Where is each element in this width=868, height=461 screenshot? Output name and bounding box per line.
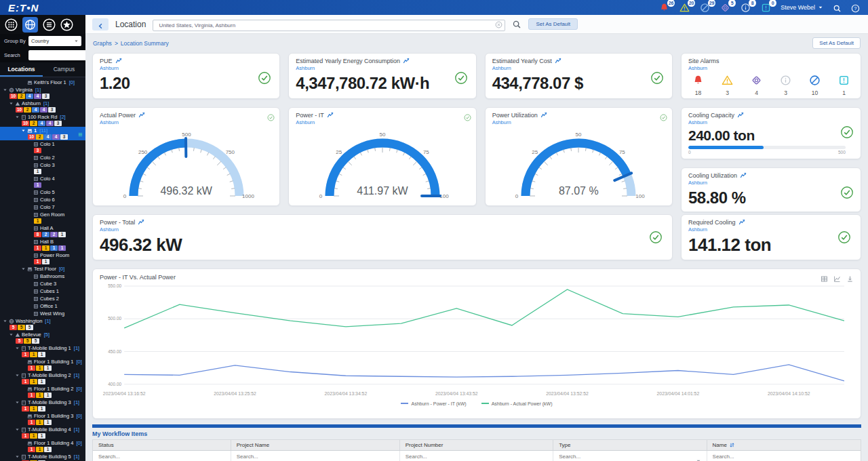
tree-item-colo-1[interactable]: Colo 13 xyxy=(0,140,85,154)
legend-item[interactable]: Ashburn - Actual Power (kW) xyxy=(481,401,553,406)
download-icon[interactable] xyxy=(846,273,854,281)
table-view-icon[interactable] xyxy=(821,273,828,281)
set-as-default-button[interactable]: Set As Default xyxy=(528,18,578,30)
column-filter-input[interactable] xyxy=(406,454,547,460)
diamond-alarm-item[interactable]: 4 xyxy=(751,75,762,96)
caret-down-icon[interactable] xyxy=(21,128,26,133)
caret-down-icon[interactable] xyxy=(21,266,26,271)
card-location[interactable]: Ashburn xyxy=(688,119,854,125)
tree-item-colo-4[interactable]: Colo 41 xyxy=(0,175,85,188)
column-filter-input[interactable] xyxy=(98,454,225,460)
caret-down-icon[interactable] xyxy=(15,454,20,459)
tab-campus[interactable]: Campus xyxy=(43,62,85,77)
breadcrumb-graphs[interactable]: Graphs xyxy=(93,40,112,47)
chart-view-icon[interactable] xyxy=(833,273,841,281)
bell-alarm-item[interactable]: 18 xyxy=(692,75,704,96)
tab-locations[interactable]: Locations xyxy=(0,62,43,77)
column-header-name[interactable]: Name xyxy=(707,440,861,450)
trend-icon[interactable] xyxy=(740,172,747,179)
set-as-default-button-secondary[interactable]: Set As Default xyxy=(812,37,861,49)
tree-item-t-mobile-building-5[interactable]: T-Mobile Building 5[1]111 xyxy=(0,453,85,461)
tree-item-floor-1-building-4[interactable]: Floor 1 Building 4[0]111 xyxy=(0,439,85,453)
card-location[interactable]: Ashburn xyxy=(100,119,273,125)
caret-down-icon[interactable] xyxy=(15,400,20,405)
info-notification[interactable]: 8 xyxy=(741,3,751,13)
tree-item-cubes-1[interactable]: Cubes 1 xyxy=(0,287,85,295)
group-by-select[interactable]: Country xyxy=(28,36,81,46)
search-icon[interactable] xyxy=(833,3,842,12)
tree-item-t-mobile-building-3[interactable]: T-Mobile Building 3[1]111 xyxy=(0,399,85,412)
warning-triangle-alarm-item[interactable]: 3 xyxy=(722,75,733,96)
sort-icon[interactable] xyxy=(729,442,735,448)
card-location[interactable]: Ashburn xyxy=(100,226,665,233)
clear-icon[interactable] xyxy=(495,19,502,26)
card-location[interactable]: Ashburn xyxy=(100,65,273,71)
caret-down-icon[interactable] xyxy=(9,101,14,106)
tree-item-colo-5[interactable]: Colo 5 xyxy=(0,188,85,196)
back-button[interactable] xyxy=(92,18,108,31)
tree-item-ashburn[interactable]: Ashburn[1]102443 xyxy=(0,100,85,113)
card-location[interactable]: Ashburn xyxy=(296,119,469,125)
caret-down-icon[interactable] xyxy=(15,427,20,432)
tree-item-colo-3[interactable]: Colo 31 xyxy=(0,161,85,175)
tree-item-virginia[interactable]: Virginia[1]102443 xyxy=(0,86,85,100)
caret-down-icon[interactable] xyxy=(3,319,7,323)
bell-notification[interactable]: 26 xyxy=(659,3,669,13)
user-menu[interactable]: Steve Webel xyxy=(781,4,823,11)
trend-icon[interactable] xyxy=(737,112,744,119)
help-icon[interactable]: ? xyxy=(851,3,860,12)
tree-item-cube-3[interactable]: Cube 3 xyxy=(0,280,85,287)
tree-item-bellevue[interactable]: Bellevue[5]555 xyxy=(0,331,85,344)
column-filter-input[interactable] xyxy=(559,454,695,460)
tree-item-hall-b[interactable]: Hall B1111 xyxy=(0,238,85,252)
tree-item-power-room[interactable]: Power Room11 xyxy=(0,252,85,265)
tree-item-colo-7[interactable]: Colo 7 xyxy=(0,203,85,211)
card-location[interactable]: Ashburn xyxy=(296,65,469,71)
tree-item-t-mobile-building-2[interactable]: T-Mobile Building 2[1]111 xyxy=(0,372,85,385)
tree-item-t-mobile-building-1[interactable]: T-Mobile Building 1[1]111 xyxy=(0,344,85,358)
warning-triangle-notification[interactable]: 20 xyxy=(679,3,690,13)
diamond-notification[interactable]: 5 xyxy=(720,3,730,13)
alert-square-notification[interactable]: 0 xyxy=(761,3,771,13)
tree-item-washington[interactable]: Washington[1]555 xyxy=(0,317,85,331)
trend-icon[interactable] xyxy=(738,219,745,226)
info-alarm-item[interactable]: 3 xyxy=(780,75,791,96)
trend-icon[interactable] xyxy=(327,112,334,119)
caret-down-icon[interactable] xyxy=(9,332,14,337)
caret-down-icon[interactable] xyxy=(15,115,20,119)
breadcrumb-location-summary[interactable]: Location Summary xyxy=(121,40,169,47)
alert-square-alarm-item[interactable]: 1 xyxy=(838,75,850,96)
tree-item-west-wing[interactable]: West Wing xyxy=(0,310,85,317)
tree-item-floor-1-building-2[interactable]: Floor 1 Building 2[0]111 xyxy=(0,385,85,399)
tree-item-colo-2[interactable]: Colo 2 xyxy=(0,154,85,161)
circle-slash-alarm-item[interactable]: 10 xyxy=(809,75,821,96)
locations-nav-selected[interactable] xyxy=(22,17,38,33)
location-search-button[interactable] xyxy=(512,20,521,29)
card-location[interactable]: Ashburn xyxy=(492,119,665,125)
tree-item-gen-room[interactable]: Gen Room1 xyxy=(0,211,85,224)
tree-item-colo-6[interactable]: Colo 6 xyxy=(0,196,85,203)
favorites-star-icon[interactable] xyxy=(60,18,73,31)
card-location[interactable]: Ashburn xyxy=(688,226,854,233)
tree-item-keith-s-floor-1[interactable]: Keith's Floor 1[0] xyxy=(0,79,85,86)
caret-down-icon[interactable] xyxy=(15,346,20,350)
trend-icon[interactable] xyxy=(115,58,122,64)
legend-item[interactable]: Ashburn - Power - IT (kW) xyxy=(401,401,466,406)
tree-item-test-floor[interactable]: Test Floor[0] xyxy=(0,265,85,273)
tree-item-floor-1-building-3[interactable]: Floor 1 Building 3[0]111 xyxy=(0,412,85,426)
list-icon[interactable] xyxy=(43,18,56,31)
trend-icon[interactable] xyxy=(138,112,145,119)
card-location[interactable]: Ashburn xyxy=(492,65,665,71)
trend-icon[interactable] xyxy=(138,219,144,226)
tree-item-bathrooms[interactable]: Bathrooms xyxy=(0,273,85,280)
tree-item-t-mobile-building-4[interactable]: T-Mobile Building 4[1]111 xyxy=(0,426,85,439)
apps-icon[interactable] xyxy=(5,18,18,31)
tree-item-floor-1-building-1[interactable]: Floor 1 Building 1[0]111 xyxy=(0,358,85,372)
column-filter-input[interactable] xyxy=(237,454,394,460)
row-menu-icon[interactable] xyxy=(77,128,83,134)
location-input[interactable] xyxy=(153,20,505,31)
trend-icon[interactable] xyxy=(555,58,561,64)
workflow-title[interactable]: My Workflow Items xyxy=(92,430,861,437)
tree-item-office-1[interactable]: Office 1 xyxy=(0,302,85,310)
circle-slash-notification[interactable]: 29 xyxy=(700,3,710,13)
